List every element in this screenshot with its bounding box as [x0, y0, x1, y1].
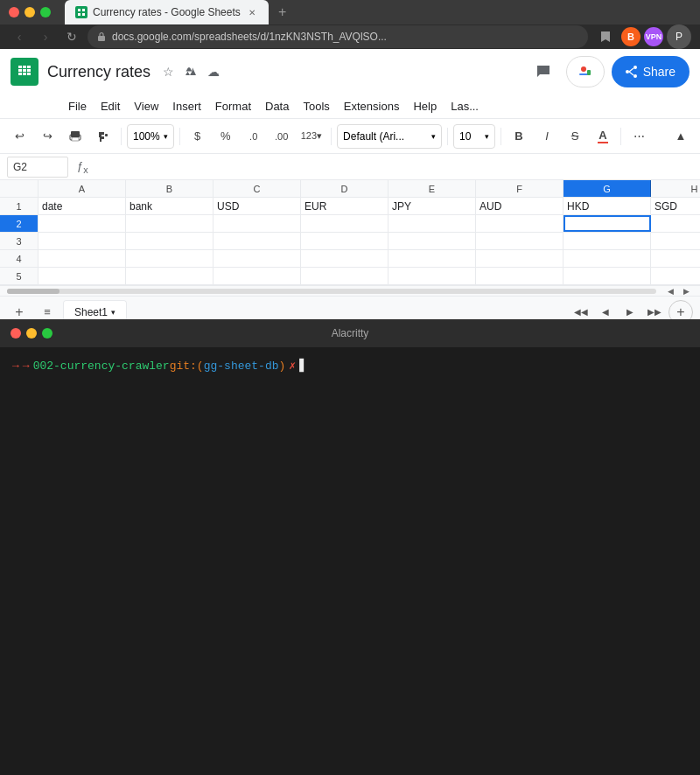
profile-button[interactable]: P — [667, 24, 691, 49]
cell-h1[interactable]: SGD — [651, 198, 700, 214]
menu-data[interactable]: Data — [258, 94, 296, 119]
cell-c2[interactable] — [214, 215, 301, 232]
cell-e2[interactable] — [388, 215, 476, 232]
drive-icon[interactable] — [182, 63, 200, 80]
cell-d4[interactable] — [301, 250, 388, 267]
cell-d2[interactable] — [301, 215, 388, 232]
menu-last-edit[interactable]: Las... — [444, 94, 486, 119]
print-button[interactable] — [63, 124, 88, 149]
cell-b3[interactable] — [126, 233, 214, 249]
tab-close-button[interactable]: ✕ — [246, 6, 258, 18]
close-button[interactable] — [9, 7, 19, 17]
percent-button[interactable]: % — [214, 124, 238, 149]
cell-e4[interactable] — [388, 250, 476, 267]
paint-format-button[interactable] — [91, 124, 116, 149]
redo-button[interactable]: ↪ — [35, 124, 60, 149]
scroll-right-button[interactable]: ▶ — [679, 286, 693, 297]
menu-file[interactable]: File — [61, 94, 94, 119]
cell-e5[interactable] — [388, 268, 476, 284]
undo-button[interactable]: ↩ — [7, 124, 32, 149]
bold-button[interactable]: B — [507, 124, 531, 149]
url-bar[interactable]: docs.google.com/spreadsheets/d/1nzKN3NST… — [88, 25, 588, 48]
cell-h2[interactable] — [651, 215, 700, 232]
font-selector[interactable]: Default (Ari... ▾ — [337, 124, 442, 149]
cell-c5[interactable] — [214, 268, 301, 284]
cell-d1[interactable]: EUR — [301, 198, 388, 214]
cell-f3[interactable] — [476, 233, 564, 249]
col-header-c[interactable]: C — [214, 180, 301, 197]
terminal-close-button[interactable] — [10, 328, 21, 339]
menu-extensions[interactable]: Extensions — [337, 94, 407, 119]
col-header-g[interactable]: G — [564, 180, 651, 197]
cell-f4[interactable] — [476, 250, 564, 267]
terminal-maximize-button[interactable] — [42, 328, 52, 339]
strikethrough-button[interactable]: S — [563, 124, 587, 149]
cell-a4[interactable] — [38, 250, 126, 267]
cell-h5[interactable] — [651, 268, 700, 284]
cell-b1[interactable]: bank — [126, 198, 214, 214]
terminal-content[interactable]: → → 002-currency-crawler git:( gg-sheet-… — [0, 347, 700, 775]
zoom-selector[interactable]: 100% ▾ — [127, 124, 174, 149]
row-header-1[interactable]: 1 — [0, 198, 38, 214]
active-tab[interactable]: Currency rates - Google Sheets ✕ — [65, 0, 269, 24]
row-header-3[interactable]: 3 — [0, 233, 38, 249]
cell-g5[interactable] — [564, 268, 651, 284]
more-formats-button[interactable]: ⋯ — [626, 124, 651, 149]
cell-c1[interactable]: USD — [214, 198, 301, 214]
cell-c3[interactable] — [214, 233, 301, 249]
col-header-b[interactable]: B — [126, 180, 214, 197]
menu-insert[interactable]: Insert — [165, 94, 208, 119]
cell-b4[interactable] — [126, 250, 214, 267]
font-size-selector[interactable]: 10 ▾ — [453, 124, 495, 149]
new-tab-button[interactable]: + — [272, 2, 293, 23]
share-button[interactable]: Share — [612, 56, 690, 87]
cloud-save-icon[interactable]: ☁ — [205, 63, 222, 80]
cell-h3[interactable] — [651, 233, 700, 249]
horizontal-scrollbar[interactable]: ◀ ▶ — [0, 285, 700, 296]
cell-a1[interactable]: date — [38, 198, 126, 214]
cell-e1[interactable]: JPY — [388, 198, 476, 214]
col-header-h[interactable]: H — [651, 180, 700, 197]
italic-button[interactable]: I — [535, 124, 559, 149]
cell-c4[interactable] — [214, 250, 301, 267]
cell-a5[interactable] — [38, 268, 126, 284]
decimal-increase-button[interactable]: .00 — [270, 124, 294, 149]
star-icon[interactable]: ☆ — [159, 63, 177, 80]
cell-g3[interactable] — [564, 233, 651, 249]
cell-g1[interactable]: HKD — [564, 198, 651, 214]
meet-button[interactable] — [566, 56, 605, 87]
row-header-2[interactable]: 2 — [0, 215, 38, 232]
cell-g2[interactable] — [564, 215, 651, 232]
col-header-e[interactable]: E — [388, 180, 476, 197]
collapse-toolbar-button[interactable]: ▲ — [668, 124, 693, 149]
cell-f2[interactable] — [476, 215, 564, 232]
reload-button[interactable]: ↻ — [61, 26, 82, 47]
cell-f5[interactable] — [476, 268, 564, 284]
col-header-d[interactable]: D — [301, 180, 388, 197]
decimal-decrease-button[interactable]: .0 — [242, 124, 266, 149]
currency-button[interactable]: $ — [186, 124, 210, 149]
cell-d3[interactable] — [301, 233, 388, 249]
col-header-f[interactable]: F — [476, 180, 564, 197]
comments-button[interactable] — [528, 56, 559, 87]
cell-a2[interactable] — [38, 215, 126, 232]
maximize-button[interactable] — [40, 7, 51, 17]
col-header-a[interactable]: A — [38, 180, 126, 197]
menu-help[interactable]: Help — [406, 94, 444, 119]
minimize-button[interactable] — [24, 7, 35, 17]
text-color-button[interactable]: A — [591, 124, 615, 149]
cell-reference[interactable]: G2 — [7, 157, 68, 178]
menu-tools[interactable]: Tools — [296, 94, 336, 119]
scroll-left-button[interactable]: ◀ — [663, 286, 677, 297]
row-header-5[interactable]: 5 — [0, 268, 38, 284]
menu-view[interactable]: View — [127, 94, 165, 119]
cell-f1[interactable]: AUD — [476, 198, 564, 214]
terminal-minimize-button[interactable] — [26, 328, 37, 339]
menu-format[interactable]: Format — [208, 94, 258, 119]
cell-h4[interactable] — [651, 250, 700, 267]
cell-g4[interactable] — [564, 250, 651, 267]
row-header-4[interactable]: 4 — [0, 250, 38, 267]
cell-e3[interactable] — [388, 233, 476, 249]
cell-b2[interactable] — [126, 215, 214, 232]
formula-input[interactable] — [97, 157, 693, 178]
